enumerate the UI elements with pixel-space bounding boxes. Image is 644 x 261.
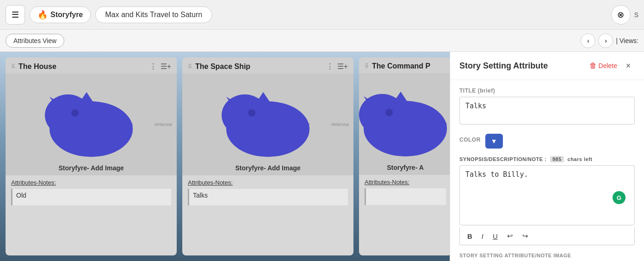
topbar: ☰ 🔥 Storyfyre Max and Kits Travel to Sat… [0, 0, 644, 30]
card-3-header: ⠿ The Command P [359, 57, 450, 73]
views-label: | Views: [616, 37, 638, 44]
trash-icon: 🗑 [589, 62, 597, 70]
card-1-menu-icon[interactable]: ⋮ [149, 62, 157, 71]
main-content: ⠿ The House ⋮ ☰+ [0, 52, 644, 261]
grid-icon-3: ⠿ [365, 63, 368, 69]
chars-badge: 985 [550, 156, 564, 162]
card-2-notes-content: Talks [188, 189, 348, 205]
close-button[interactable]: × [622, 59, 635, 72]
card-1-add-image[interactable]: Storyfyre- Add Image [58, 164, 124, 175]
svg-point-4 [71, 109, 79, 117]
formatting-toolbar: B I U ↩ ↪ [459, 227, 635, 245]
grid-icon-2: ⠿ [188, 63, 192, 70]
card-1: ⠿ The House ⋮ ☰+ [6, 57, 177, 255]
subbar-right: ‹ › | Views: [581, 33, 638, 48]
card-1-image-area: Writerstat Storyfyre- Add Image [6, 74, 177, 175]
flame-icon: 🔥 [37, 10, 48, 20]
attributes-view-label: Attributes View [13, 37, 56, 44]
dragon-svg-3 [359, 82, 450, 166]
chars-left-label: chars left [568, 156, 593, 162]
card-3: ⠿ The Command P [359, 57, 450, 255]
story-setting-panel: Story Setting Attribute 🗑 Delete × TITLE… [450, 52, 644, 261]
topbar-right: ⊗ S [611, 5, 638, 25]
card-1-header: ⠿ The House ⋮ ☰+ [6, 57, 177, 74]
card-2-add-image[interactable]: Storyfyre- Add Image [235, 164, 300, 175]
svg-point-14 [385, 109, 393, 116]
story-title-button[interactable]: Max and Kits Travel to Saturn [95, 6, 212, 23]
card-2-image-area: Writerstat Storyfyre- Add Image [182, 74, 353, 175]
synopsis-wrapper: Talks to Billy. G [459, 165, 635, 227]
card-1-notes-area: Attributes-Notes: Old [6, 175, 177, 209]
bold-button[interactable]: B [465, 231, 474, 241]
card-2-add-icon[interactable]: ☰+ [337, 62, 348, 71]
card-2-title: The Space Ship [195, 62, 250, 71]
nav-prev-icon: ‹ [587, 37, 589, 44]
story-title-text: Max and Kits Travel to Saturn [105, 11, 202, 19]
color-row: COLOR ▼ [459, 134, 635, 149]
card-2-menu-icon[interactable]: ⋮ [326, 62, 334, 71]
brand-label: Storyfyre [50, 11, 83, 19]
color-field-group: COLOR ▼ [459, 134, 635, 149]
title-field-label: TITLE (brief) [459, 87, 635, 94]
card-3-title: The Command P [372, 62, 430, 70]
synopsis-field-label: SYNOPSIS/DESCRIPTION/NOTE : 985 chars le… [459, 156, 635, 162]
card-3-notes-content [365, 188, 446, 205]
card-2-watermark: Writerstat [331, 122, 349, 127]
nav-prev-button[interactable]: ‹ [581, 33, 595, 48]
attributes-view-button[interactable]: Attributes View [6, 34, 64, 48]
card-1-notes-content: Old [11, 189, 171, 205]
card-2-header-left: ⠿ The Space Ship [188, 62, 250, 71]
grid-icon-1: ⠿ [11, 63, 15, 70]
card-3-add-image[interactable]: Storyfyre- A [387, 164, 424, 175]
cards-area: ⠿ The House ⋮ ☰+ [0, 52, 450, 261]
brand-button[interactable]: 🔥 Storyfyre [30, 6, 91, 23]
color-dropdown-icon: ▼ [491, 137, 497, 145]
share-label: S [634, 11, 638, 19]
card-1-header-left: ⠿ The House [11, 62, 56, 71]
card-1-watermark: Writerstat [155, 122, 172, 127]
nav-next-icon: › [605, 37, 607, 44]
redo-button[interactable]: ↪ [520, 231, 530, 241]
card-3-add-suffix: - A [415, 164, 424, 171]
card-3-image-area: Storyfyre- A [359, 73, 450, 175]
underline-button[interactable]: U [491, 231, 500, 241]
color-dropdown-button[interactable]: ▼ [485, 134, 503, 149]
card-1-notes-label: Attributes-Notes: [11, 179, 171, 186]
title-input[interactable]: Talks [459, 97, 635, 124]
card-3-notes-label: Attributes-Notes: [365, 179, 446, 186]
cards-container: ⠿ The House ⋮ ☰+ [0, 52, 450, 261]
share-button[interactable]: ⊗ [611, 5, 631, 25]
undo-button[interactable]: ↩ [505, 231, 515, 241]
card-2-header: ⠿ The Space Ship ⋮ ☰+ [182, 57, 353, 74]
share-icon: ⊗ [617, 10, 624, 20]
title-field-group: TITLE (brief) Talks [459, 87, 635, 126]
delete-button[interactable]: 🗑 Delete [589, 62, 617, 70]
image-section-label: STORY SETTING ATTRIBUTE/NOTE IMAGE [459, 253, 635, 258]
card-1-title: The House [19, 62, 56, 71]
svg-point-9 [248, 109, 255, 117]
hamburger-button[interactable]: ☰ [6, 5, 25, 25]
card-2-notes-label: Attributes-Notes: [188, 179, 348, 186]
card-2-notes-area: Attributes-Notes: Talks [182, 175, 353, 209]
card-1-add-suffix: - Add Image [87, 164, 124, 172]
card-2-header-right: ⋮ ☰+ [326, 62, 348, 71]
hamburger-icon: ☰ [12, 10, 19, 20]
card-3-header-left: ⠿ The Command P [365, 62, 430, 70]
card-1-header-right: ⋮ ☰+ [149, 62, 171, 71]
card-1-add-icon[interactable]: ☰+ [161, 62, 171, 71]
grammarly-icon: G [613, 191, 625, 204]
card-2: ⠿ The Space Ship ⋮ ☰+ [182, 57, 353, 255]
color-field-label: COLOR [459, 137, 481, 143]
italic-button[interactable]: I [480, 231, 485, 241]
synopsis-input[interactable]: Talks to Billy. [459, 165, 635, 225]
synopsis-field-group: SYNOPSIS/DESCRIPTION/NOTE : 985 chars le… [459, 156, 635, 245]
dragon-svg-1 [31, 83, 151, 166]
card-3-notes-area: Attributes-Notes: [359, 175, 450, 209]
panel-header: Story Setting Attribute 🗑 Delete × [450, 52, 644, 80]
close-icon: × [626, 61, 631, 71]
dragon-svg-2 [208, 83, 328, 166]
subbar: Attributes View ‹ › | Views: [0, 30, 644, 52]
delete-label: Delete [599, 62, 617, 69]
card-2-add-suffix: - Add Image [264, 164, 301, 172]
nav-next-button[interactable]: › [598, 33, 613, 48]
